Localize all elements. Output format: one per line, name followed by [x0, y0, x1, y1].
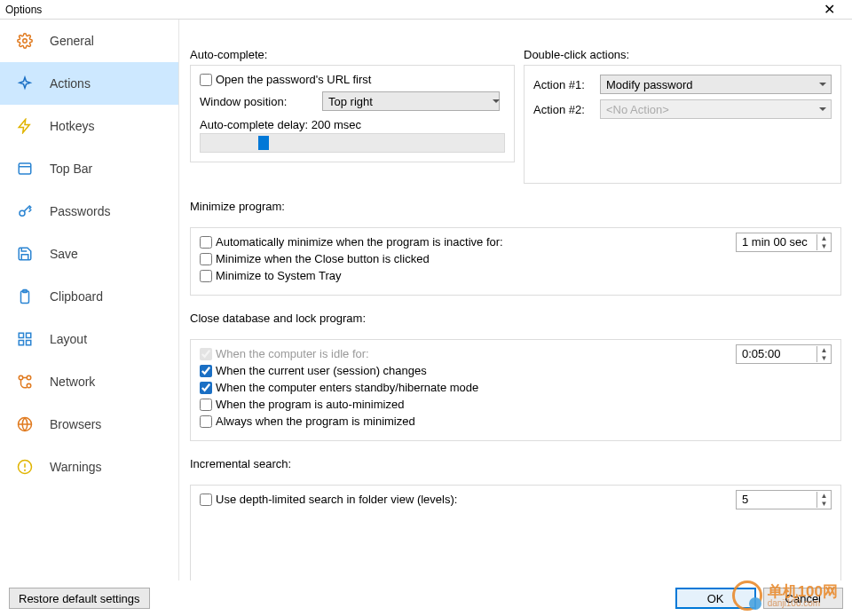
automin-checkbox[interactable]: [200, 399, 212, 411]
sidebar-item-warnings[interactable]: Warnings: [0, 446, 178, 488]
double-click-title: Double-click actions:: [524, 48, 841, 61]
sidebar-item-label: Hotkeys: [50, 119, 95, 133]
sidebar-item-network[interactable]: Network: [0, 360, 178, 403]
minimize-tray-checkbox[interactable]: [200, 270, 212, 282]
alwaysmin-checkbox[interactable]: [200, 415, 212, 428]
sidebar-item-actions[interactable]: Actions: [0, 62, 178, 105]
svg-rect-6: [19, 333, 23, 337]
session-label: When the current user (session) changes: [216, 364, 427, 377]
spin-up-icon[interactable]: ▲: [817, 234, 831, 242]
sidebar: General Actions Hotkeys Top Bar Password…: [0, 20, 179, 580]
svg-rect-9: [27, 341, 31, 345]
inactive-time-spinner[interactable]: ▲▼: [736, 233, 832, 252]
sidebar-item-label: Top Bar: [50, 162, 92, 176]
auto-complete-title: Auto-complete:: [190, 48, 515, 61]
ok-button[interactable]: OK: [675, 588, 756, 609]
svg-point-10: [19, 375, 23, 380]
sidebar-item-browsers[interactable]: Browsers: [0, 403, 178, 446]
topbar-icon: [16, 160, 34, 178]
grid-icon: [16, 330, 34, 348]
spin-up-icon[interactable]: ▲: [817, 492, 831, 500]
save-icon: [16, 245, 34, 263]
standby-checkbox[interactable]: [200, 382, 212, 394]
idle-time-input[interactable]: [737, 347, 816, 360]
svg-point-12: [27, 375, 31, 380]
sparkle-icon: [16, 75, 34, 92]
automin-label: When the program is auto-minimized: [216, 398, 404, 411]
bolt-icon: [16, 117, 34, 135]
svg-rect-8: [19, 341, 23, 345]
standby-label: When the computer enters standby/hiberna…: [216, 381, 478, 394]
minimize-tray-label: Minimize to System Tray: [216, 269, 342, 282]
svg-rect-7: [27, 333, 31, 337]
alwaysmin-label: Always when the program is minimized: [216, 415, 415, 428]
slider-thumb-icon[interactable]: [258, 136, 269, 150]
auto-minimize-checkbox[interactable]: [200, 236, 212, 249]
globe-icon: [16, 415, 34, 433]
svg-point-16: [25, 470, 26, 470]
session-checkbox[interactable]: [200, 365, 212, 377]
sidebar-item-label: Network: [50, 375, 95, 389]
key-icon: [16, 202, 34, 220]
idle-label: When the computer is idle for:: [216, 347, 369, 360]
sidebar-item-general[interactable]: General: [0, 20, 178, 62]
svg-rect-1: [19, 163, 31, 174]
action2-label: Action #2:: [533, 103, 591, 116]
depth-input[interactable]: [737, 493, 816, 506]
sidebar-item-layout[interactable]: Layout: [0, 318, 178, 360]
sidebar-item-label: Clipboard: [50, 289, 103, 304]
depth-search-label: Use depth-limited search in folder view …: [216, 493, 457, 506]
window-position-label: Window position:: [200, 95, 313, 108]
minimize-close-label: Minimize when the Close button is clicke…: [216, 252, 430, 265]
action2-select: <No Action>: [600, 99, 832, 119]
network-icon: [16, 373, 34, 391]
gear-icon: [16, 32, 34, 50]
open-url-checkbox[interactable]: [200, 74, 212, 86]
sidebar-item-label: Actions: [50, 76, 91, 91]
inactive-time-input[interactable]: [737, 235, 816, 249]
spin-down-icon[interactable]: ▼: [817, 242, 831, 250]
sidebar-item-label: Passwords: [50, 204, 110, 218]
svg-point-11: [27, 383, 31, 388]
idle-checkbox: [200, 348, 212, 360]
sidebar-item-label: Browsers: [50, 417, 101, 431]
action1-label: Action #1:: [533, 78, 591, 91]
spin-down-icon[interactable]: ▼: [817, 354, 831, 362]
minimize-close-checkbox[interactable]: [200, 253, 212, 265]
spin-up-icon[interactable]: ▲: [817, 346, 831, 354]
sidebar-item-clipboard[interactable]: Clipboard: [0, 275, 178, 318]
cancel-button[interactable]: Cancel: [763, 588, 843, 609]
clipboard-icon: [16, 288, 34, 305]
depth-spinner[interactable]: ▲▼: [736, 490, 832, 509]
sidebar-item-hotkeys[interactable]: Hotkeys: [0, 105, 178, 147]
sidebar-item-passwords[interactable]: Passwords: [0, 190, 178, 233]
delay-label: Auto-complete delay: 200 msec: [200, 118, 505, 131]
sidebar-item-topbar[interactable]: Top Bar: [0, 147, 178, 190]
sidebar-item-save[interactable]: Save: [0, 233, 178, 275]
delay-slider[interactable]: [200, 133, 505, 153]
open-url-label: Open the password's URL first: [216, 73, 371, 86]
depth-search-checkbox[interactable]: [200, 494, 212, 506]
close-lock-title: Close database and lock program:: [190, 312, 841, 325]
sidebar-item-label: General: [50, 34, 94, 48]
search-title: Incremental search:: [190, 457, 841, 470]
svg-point-0: [23, 39, 28, 43]
warning-icon: [16, 458, 34, 476]
restore-defaults-button[interactable]: Restore default settings: [9, 588, 150, 609]
sidebar-item-label: Warnings: [50, 460, 102, 474]
sidebar-item-label: Layout: [50, 332, 87, 346]
window-title: Options: [5, 4, 811, 16]
close-icon[interactable]: ✕: [811, 1, 847, 19]
spin-down-icon[interactable]: ▼: [817, 500, 831, 508]
auto-minimize-label: Automatically minimize when the program …: [216, 235, 503, 249]
window-position-select[interactable]: Top right: [322, 91, 500, 111]
idle-time-spinner[interactable]: ▲▼: [736, 344, 832, 364]
action1-select[interactable]: Modify password: [600, 75, 832, 94]
minimize-title: Minimize program:: [190, 200, 841, 213]
sidebar-item-label: Save: [50, 247, 78, 261]
